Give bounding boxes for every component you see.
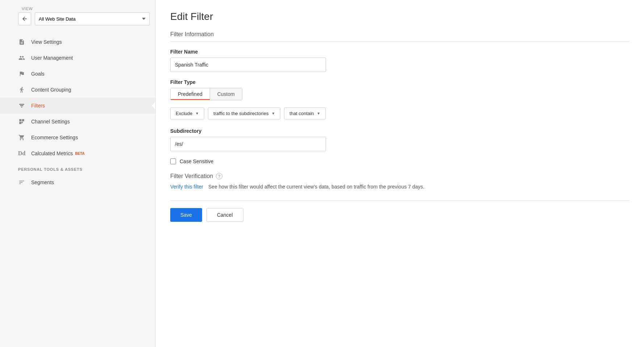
traffic-dropdown[interactable]: traffic to the subdirectories ▼ [208,107,280,119]
filter-type-section: Filter Type Predefined Custom [170,79,630,100]
filter-dropdowns: Exclude ▼ traffic to the subdirectories … [170,107,630,119]
traffic-label: traffic to the subdirectories [213,111,268,116]
sidebar-item-goals[interactable]: Goals [0,66,155,82]
tab-custom[interactable]: Custom [210,88,242,100]
sidebar-item-view-settings[interactable]: View Settings [0,34,155,50]
sidebar-item-label: User Management [31,55,73,61]
sidebar-item-label: Segments [31,179,54,185]
channel-icon [18,118,25,125]
view-select-wrapper: All Web Site Data [0,12,155,31]
contain-dropdown[interactable]: that contain ▼ [284,107,326,119]
verify-filter-link[interactable]: Verify this filter [170,184,203,190]
contain-arrow-icon: ▼ [317,111,321,115]
exclude-arrow-icon: ▼ [195,111,199,115]
verify-row: Verify this filter See how this filter w… [170,184,630,190]
sidebar-item-label: Channel Settings [31,119,70,124]
verify-description: See how this filter would affect the cur… [208,184,425,190]
calc-icon: Dd [18,150,25,157]
tab-predefined[interactable]: Predefined [171,88,210,100]
filter-type-tabs: Predefined Custom [170,88,242,100]
beta-badge: BETA [75,152,84,156]
filter-name-section: Filter Name [170,49,630,72]
filter-type-label: Filter Type [170,79,630,85]
case-sensitive-checkbox[interactable] [170,158,176,164]
sidebar-item-label: View Settings [31,39,62,45]
verification-title: Filter Verification [170,173,213,179]
sidebar-item-segments[interactable]: Segments [0,174,155,190]
exclude-label: Exclude [176,111,192,116]
cancel-button[interactable]: Cancel [206,208,243,222]
ecommerce-icon [18,134,25,141]
filter-icon [18,102,25,109]
back-button[interactable] [18,12,31,25]
verification-header: Filter Verification ? [170,173,630,179]
view-select[interactable]: All Web Site Data [35,12,150,25]
traffic-arrow-icon: ▼ [271,111,275,115]
subdirectory-section: Subdirectory [170,128,630,151]
sidebar-item-label: Ecommerce Settings [31,135,78,140]
save-button[interactable]: Save [170,208,202,222]
view-label: VIEW [0,4,155,12]
subdirectory-label: Subdirectory [170,128,630,134]
sidebar-item-content-grouping[interactable]: Content Grouping [0,82,155,98]
sidebar-item-filters[interactable]: Filters [0,98,155,114]
content-grouping-icon [18,86,25,93]
filter-name-label: Filter Name [170,49,630,55]
exclude-dropdown[interactable]: Exclude ▼ [170,107,204,119]
filter-info-header: Filter Information [170,31,630,42]
sidebar-item-calculated-metrics[interactable]: Dd Calculated Metrics BETA [0,145,155,161]
back-arrow-icon [21,16,28,22]
sidebar-item-user-management[interactable]: User Management [0,50,155,66]
action-buttons: Save Cancel [170,200,630,222]
flag-icon [18,70,25,77]
personal-section-label: PERSONAL TOOLS & ASSETS [0,161,155,174]
file-icon [18,38,25,46]
filter-name-input[interactable] [170,58,326,72]
sidebar-item-label: Filters [31,103,45,109]
sidebar-item-channel-settings[interactable]: Channel Settings [0,114,155,130]
page-title: Edit Filter [170,11,630,22]
sidebar-nav: View Settings User Management Goals Cont… [0,31,155,193]
segments-icon [18,179,25,186]
subdirectory-input[interactable] [170,137,326,151]
main-content: Edit Filter Filter Information Filter Na… [156,0,644,347]
contain-label: that contain [289,111,314,116]
sidebar-item-label: Content Grouping [31,87,71,93]
help-icon[interactable]: ? [216,173,222,179]
case-sensitive-row: Case Sensitive [170,158,630,164]
case-sensitive-label[interactable]: Case Sensitive [180,158,213,164]
sidebar-item-label: Goals [31,71,45,77]
sidebar: VIEW All Web Site Data View Settings Use… [0,0,156,347]
users-icon [18,54,25,62]
sidebar-item-label: Calculated Metrics [31,151,73,156]
verification-section: Filter Verification ? Verify this filter… [170,173,630,190]
sidebar-item-ecommerce-settings[interactable]: Ecommerce Settings [0,130,155,145]
